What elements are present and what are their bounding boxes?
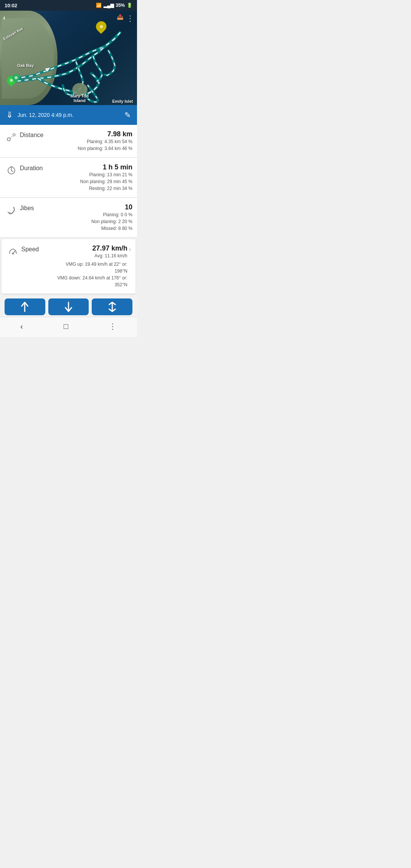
speed-vmg-down: VMG down: 24.64 km/h at 176° or: 352°N bbox=[56, 274, 127, 288]
svg-line-6 bbox=[11, 171, 13, 172]
svg-point-1 bbox=[7, 138, 10, 141]
speed-main: 27.97 km/h bbox=[56, 244, 127, 252]
estevan-label: Estevan Ave bbox=[2, 32, 24, 36]
speed-svg bbox=[8, 246, 18, 257]
jibes-label: Jibes bbox=[20, 205, 54, 212]
speed-row: Speed 27.97 km/h Avg: 11.16 km/h VMG up:… bbox=[2, 239, 135, 294]
duration-row: Duration 1 h 5 min Planing: 13 min 21 % … bbox=[0, 158, 137, 198]
nav-bar: ‹ □ ⋮ bbox=[0, 317, 137, 337]
distance-values: 7.98 km Planing: 4.35 km 54 % Non planin… bbox=[54, 130, 132, 152]
bottom-tabs bbox=[0, 295, 137, 317]
speed-icon bbox=[6, 246, 20, 257]
tab-button-2[interactable] bbox=[48, 298, 89, 315]
battery-icon: 🔋 bbox=[127, 3, 132, 8]
duration-values: 1 h 5 min Planing: 13 min 21 % Non plani… bbox=[54, 163, 132, 192]
tab-button-1[interactable] bbox=[5, 298, 45, 315]
share-button[interactable]: 📤 bbox=[117, 14, 123, 20]
status-right: 📶 ▂▄▆ 35% 🔋 bbox=[96, 3, 132, 8]
tab1-icon bbox=[19, 301, 31, 313]
duration-icon bbox=[5, 165, 18, 176]
nav-back-button[interactable]: ‹ bbox=[11, 321, 32, 332]
battery-level: 35% bbox=[116, 3, 125, 8]
svg-rect-7 bbox=[10, 166, 13, 167]
duration-label: Duration bbox=[20, 165, 54, 172]
oak-bay-label: Oak Bay bbox=[17, 63, 34, 68]
distance-svg bbox=[6, 132, 17, 142]
emily-label: Emily Islet bbox=[112, 99, 133, 104]
jibes-icon bbox=[5, 205, 18, 215]
distance-row: Distance 7.98 km Planing: 4.35 km 54 % N… bbox=[0, 125, 137, 158]
duration-svg bbox=[6, 165, 17, 176]
distance-main: 7.98 km bbox=[54, 130, 132, 138]
nav-recent-button[interactable]: ⋮ bbox=[100, 320, 126, 332]
more-options-button[interactable]: ⋮ bbox=[126, 14, 134, 23]
jibes-missed: Missed: 8 80 % bbox=[54, 225, 132, 232]
gps-track bbox=[0, 11, 137, 105]
mary-tod-label: Mary Tod Island bbox=[70, 94, 89, 103]
activity-icon: ⇓ bbox=[6, 110, 13, 120]
distance-icon bbox=[5, 132, 18, 142]
svg-point-9 bbox=[12, 253, 14, 255]
edit-button[interactable]: ✎ bbox=[124, 110, 131, 120]
speed-label: Speed bbox=[21, 246, 56, 253]
jibes-planing: Planing: 0 0 % bbox=[54, 211, 132, 218]
svg-point-2 bbox=[13, 134, 15, 136]
nav-home-button[interactable]: □ bbox=[54, 321, 77, 332]
back-button[interactable]: ‹ bbox=[3, 14, 5, 22]
signal-icon: ▂▄▆ bbox=[104, 3, 114, 8]
wifi-icon: 📶 bbox=[96, 3, 102, 8]
duration-planing: Planing: 13 min 21 % bbox=[54, 171, 132, 178]
waypoint-pin bbox=[12, 74, 20, 83]
jibes-main: 10 bbox=[54, 203, 132, 211]
duration-main: 1 h 5 min bbox=[54, 163, 132, 171]
end-pin bbox=[96, 21, 107, 34]
status-bar: 10:02 📶 ▂▄▆ 35% 🔋 bbox=[0, 0, 137, 11]
svg-line-3 bbox=[10, 136, 13, 138]
tab2-icon bbox=[62, 301, 75, 313]
status-time: 10:02 bbox=[5, 3, 17, 8]
map-area: Estevan Ave Oak Bay Mary Tod Island Emil… bbox=[0, 11, 137, 105]
info-bar: ⇓ Jun. 12, 2020 4:49 p.m. ✎ bbox=[0, 105, 137, 125]
activity-date: Jun. 12, 2020 4:49 p.m. bbox=[18, 112, 73, 118]
jibes-values: 10 Planing: 0 0 % Non planing: 2 20 % Mi… bbox=[54, 203, 132, 232]
speed-values: 27.97 km/h Avg: 11.16 km/h VMG up: 19.49… bbox=[56, 244, 127, 288]
stats-section: Distance 7.98 km Planing: 4.35 km 54 % N… bbox=[0, 125, 137, 317]
jibes-svg bbox=[6, 205, 17, 215]
speed-avg: Avg: 11.16 km/h bbox=[56, 252, 127, 259]
distance-planing: Planing: 4.35 km 54 % bbox=[54, 138, 132, 145]
tab3-icon bbox=[106, 301, 118, 313]
speed-vmg-up: VMG up: 19.49 km/h at 22° or: 198°N bbox=[56, 261, 127, 274]
duration-nonplaning: Non planing: 29 min 45 % bbox=[54, 178, 132, 185]
jibes-row: Jibes 10 Planing: 0 0 % Non planing: 2 2… bbox=[0, 198, 137, 238]
distance-label: Distance bbox=[20, 132, 54, 139]
distance-nonplaning: Non planing: 3.64 km 46 % bbox=[54, 145, 132, 152]
tab-button-3[interactable] bbox=[92, 298, 132, 315]
duration-resting: Resting: 22 min 34 % bbox=[54, 185, 132, 192]
speed-chevron-icon[interactable]: › bbox=[129, 246, 131, 253]
jibes-nonplaning: Non planing: 2 20 % bbox=[54, 218, 132, 225]
